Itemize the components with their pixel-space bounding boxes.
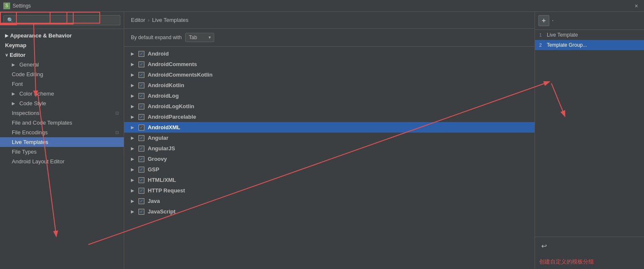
sidebar-item-general[interactable]: ▶ General — [0, 60, 124, 69]
sidebar-item-live-templates[interactable]: Live Templates — [0, 137, 124, 147]
template-group-javascript-label: JavaScript — [148, 208, 176, 215]
expand-java-icon: ▶ — [131, 199, 137, 203]
template-group-javascript[interactable]: ▶ JavaScript — [124, 206, 535, 217]
title-bar: S Settings × — [0, 0, 644, 12]
chevron-code-style-icon: ▶ — [12, 101, 18, 106]
expand-with-label: By default expand with — [131, 35, 182, 40]
checkbox-javascript[interactable] — [138, 209, 144, 215]
template-group-angular-label: Angular — [148, 135, 168, 141]
template-group-java[interactable]: ▶ Java — [124, 196, 535, 206]
sidebar-item-appearance[interactable]: ▶ Appearance & Behavior — [0, 31, 124, 40]
template-group-android-label: Android — [148, 51, 169, 57]
checkbox-android-xml[interactable] — [138, 125, 144, 131]
expand-android-log-kotlin-icon: ▶ — [131, 104, 137, 109]
checkbox-android-comments[interactable] — [138, 61, 144, 67]
sidebar-item-color-scheme[interactable]: ▶ Color Scheme — [0, 89, 124, 99]
sidebar-item-code-editing[interactable]: Code Editing — [0, 69, 124, 79]
checkbox-java[interactable] — [138, 198, 144, 204]
sidebar-item-android-layout-editor[interactable]: Android Layout Editor — [0, 157, 124, 166]
expand-android-icon: ▶ — [131, 51, 137, 56]
template-group-android-comments[interactable]: ▶ AndroidComments — [124, 59, 535, 69]
content-panel: Editor › Live Templates By default expan… — [124, 12, 535, 269]
template-group-list: ▶ Android ▶ AndroidComments ▶ AndroidCom… — [124, 47, 535, 269]
checkbox-http-request[interactable] — [138, 188, 144, 194]
checkbox-android-parcelable[interactable] — [138, 114, 144, 120]
checkbox-angular[interactable] — [138, 135, 144, 141]
sidebar-item-appearance-label: Appearance & Behavior — [10, 32, 72, 39]
undo-button[interactable]: ↩ — [538, 240, 549, 251]
expand-html-xml-icon: ▶ — [131, 178, 137, 182]
checkbox-android-log[interactable] — [138, 93, 144, 99]
expand-select-wrapper: Tab Enter Space — [185, 33, 214, 42]
close-button[interactable]: × — [632, 2, 641, 10]
annotation-text: 创建自定义的模板分组 — [535, 255, 644, 269]
external-icon-file-encodings: ⊡ — [115, 130, 119, 135]
template-group-android-comments-label: AndroidComments — [148, 61, 197, 67]
chevron-color-scheme-icon: ▶ — [12, 91, 18, 96]
sidebar-item-editor[interactable]: ∨ Editor — [0, 50, 124, 60]
sidebar-item-keymap[interactable]: Keymap — [0, 40, 124, 50]
checkbox-android[interactable] — [138, 51, 144, 57]
expand-with-select[interactable]: Tab Enter Space — [185, 33, 214, 42]
checkbox-android-log-kotlin[interactable] — [138, 104, 144, 109]
expand-android-parcelable-icon: ▶ — [131, 115, 137, 119]
sidebar-item-file-encodings[interactable]: File Encodings ⊡ — [0, 128, 124, 137]
window-title: Settings — [13, 3, 31, 9]
checkbox-gsp[interactable] — [138, 167, 144, 173]
template-group-android-log-kotlin[interactable]: ▶ AndroidLogKotlin — [124, 101, 535, 112]
right-panel-bottom: ↩ — [535, 237, 644, 255]
external-icon-inspections: ⊡ — [115, 111, 119, 115]
right-item-live-template[interactable]: 1 Live Template — [535, 30, 644, 40]
right-panel-toolbar: + · — [535, 12, 644, 30]
template-group-android-log[interactable]: ▶ AndroidLog — [124, 91, 535, 101]
search-input[interactable] — [3, 15, 120, 25]
template-group-java-label: Java — [148, 198, 160, 204]
expand-angular-js-icon: ▶ — [131, 146, 137, 151]
template-group-android-parcelable[interactable]: ▶ AndroidParcelable — [124, 112, 535, 122]
template-group-gsp[interactable]: ▶ GSP — [124, 164, 535, 175]
sidebar-item-font[interactable]: Font — [0, 79, 124, 89]
sidebar-item-file-code-templates[interactable]: File and Code Templates — [0, 118, 124, 128]
main-layout: ▶ Appearance & Behavior Keymap ∨ Editor … — [0, 12, 644, 269]
template-group-android-xml-label: AndroidXML — [148, 124, 180, 131]
right-item-template-group-label: Template Group... — [547, 42, 587, 48]
expand-angular-icon: ▶ — [131, 136, 137, 140]
sidebar-item-file-code-templates-label: File and Code Templates — [12, 120, 72, 126]
sidebar-item-inspections[interactable]: Inspections ⊡ — [0, 108, 124, 118]
template-group-angular-js-label: AngularJS — [148, 145, 175, 152]
template-group-android-comments-kotlin[interactable]: ▶ AndroidCommentsKotlin — [124, 69, 535, 80]
template-group-angular[interactable]: ▶ Angular — [124, 133, 535, 143]
checkbox-android-comments-kotlin[interactable] — [138, 72, 144, 78]
template-group-android-kotlin[interactable]: ▶ AndroidKotlin — [124, 80, 535, 91]
template-group-html-xml-label: HTML/XML — [148, 177, 176, 183]
sidebar-item-code-style[interactable]: ▶ Code Style — [0, 99, 124, 108]
right-item-2-num: 2 — [539, 43, 547, 48]
breadcrumb-separator: › — [148, 17, 149, 23]
checkbox-angular-js[interactable] — [138, 146, 144, 152]
sidebar-item-color-scheme-label: Color Scheme — [19, 91, 54, 97]
sidebar-item-live-templates-label: Live Templates — [12, 139, 48, 145]
content-toolbar: By default expand with Tab Enter Space — [124, 29, 535, 47]
sidebar-item-file-encodings-label: File Encodings — [12, 129, 48, 136]
template-group-android[interactable]: ▶ Android — [124, 48, 535, 59]
sidebar-tree: ▶ Appearance & Behavior Keymap ∨ Editor … — [0, 29, 124, 269]
dot-separator: · — [552, 17, 554, 24]
expand-android-kotlin-icon: ▶ — [131, 83, 137, 88]
right-item-template-group[interactable]: 2 Template Group... — [535, 40, 644, 50]
sidebar-item-android-layout-editor-label: Android Layout Editor — [12, 158, 64, 165]
sidebar-item-editor-label: Editor — [10, 52, 26, 58]
checkbox-android-kotlin[interactable] — [138, 83, 144, 88]
checkbox-html-xml[interactable] — [138, 177, 144, 183]
template-group-groovy[interactable]: ▶ Groovy — [124, 154, 535, 164]
right-item-live-template-label: Live Template — [547, 32, 578, 38]
template-group-android-xml[interactable]: ▶ AndroidXML — [124, 122, 535, 133]
chevron-general-icon: ▶ — [12, 62, 18, 67]
template-group-http-request[interactable]: ▶ HTTP Request — [124, 185, 535, 196]
checkbox-groovy[interactable] — [138, 156, 144, 162]
expand-android-comments-icon: ▶ — [131, 62, 137, 67]
template-group-html-xml[interactable]: ▶ HTML/XML — [124, 175, 535, 185]
template-group-angular-js[interactable]: ▶ AngularJS — [124, 143, 535, 154]
sidebar-item-file-types[interactable]: File Types — [0, 147, 124, 157]
add-button[interactable]: + — [538, 15, 549, 26]
template-group-android-parcelable-label: AndroidParcelable — [148, 114, 196, 120]
